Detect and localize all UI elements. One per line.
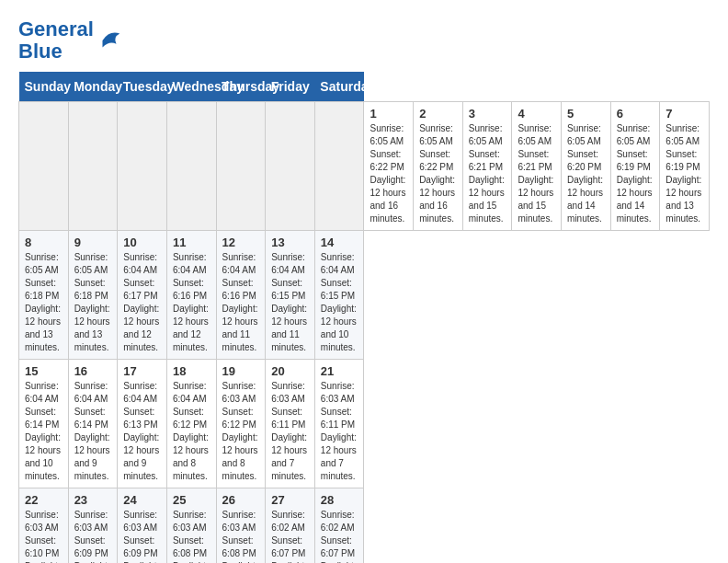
day-number: 22 <box>25 493 63 507</box>
day-number: 21 <box>321 364 358 378</box>
day-number: 7 <box>665 107 703 121</box>
day-number: 12 <box>222 236 260 249</box>
day-info: Sunrise: 6:04 AM Sunset: 6:15 PM Dayligh… <box>321 251 358 354</box>
day-info: Sunrise: 6:05 AM Sunset: 6:21 PM Dayligh… <box>518 122 555 225</box>
calendar-cell: 23 Sunrise: 6:03 AM Sunset: 6:09 PM Dayl… <box>68 488 118 563</box>
calendar-cell: 15 Sunrise: 6:04 AM Sunset: 6:14 PM Dayl… <box>19 360 69 488</box>
weekday-header-saturday: Saturday <box>314 72 364 102</box>
day-number: 2 <box>419 107 457 121</box>
day-number: 26 <box>222 493 260 507</box>
day-info: Sunrise: 6:02 AM Sunset: 6:07 PM Dayligh… <box>271 509 309 563</box>
logo-text: GeneralBlue <box>18 18 94 63</box>
day-info: Sunrise: 6:05 AM Sunset: 6:22 PM Dayligh… <box>419 122 457 225</box>
day-number: 16 <box>74 364 112 378</box>
calendar-cell <box>68 102 118 231</box>
weekday-header-wednesday: Wednesday <box>166 72 216 102</box>
calendar-cell: 14 Sunrise: 6:04 AM Sunset: 6:15 PM Dayl… <box>314 231 364 360</box>
day-info: Sunrise: 6:05 AM Sunset: 6:21 PM Dayligh… <box>469 122 506 225</box>
day-info: Sunrise: 6:04 AM Sunset: 6:16 PM Dayligh… <box>173 251 210 354</box>
day-number: 18 <box>173 364 210 378</box>
weekday-header-thursday: Thursday <box>216 72 266 102</box>
day-number: 14 <box>321 236 358 249</box>
calendar-cell: 20 Sunrise: 6:03 AM Sunset: 6:11 PM Dayl… <box>266 360 315 488</box>
calendar-cell: 28 Sunrise: 6:02 AM Sunset: 6:07 PM Dayl… <box>314 488 364 563</box>
calendar-cell: 3 Sunrise: 6:05 AM Sunset: 6:21 PM Dayli… <box>462 102 512 231</box>
day-number: 23 <box>74 493 112 507</box>
weekday-header-friday: Friday <box>266 72 315 102</box>
calendar-cell: 7 Sunrise: 6:05 AM Sunset: 6:19 PM Dayli… <box>660 102 710 231</box>
day-number: 4 <box>518 107 555 121</box>
day-info: Sunrise: 6:03 AM Sunset: 6:09 PM Dayligh… <box>123 509 161 563</box>
day-number: 24 <box>123 493 161 507</box>
day-number: 3 <box>469 107 506 121</box>
calendar-cell: 2 Sunrise: 6:05 AM Sunset: 6:22 PM Dayli… <box>414 102 463 231</box>
weekday-header-monday: Monday <box>68 72 118 102</box>
calendar-cell: 27 Sunrise: 6:02 AM Sunset: 6:07 PM Dayl… <box>266 488 315 563</box>
calendar-cell: 24 Sunrise: 6:03 AM Sunset: 6:09 PM Dayl… <box>118 488 167 563</box>
calendar-cell: 25 Sunrise: 6:03 AM Sunset: 6:08 PM Dayl… <box>166 488 216 563</box>
calendar-cell: 17 Sunrise: 6:04 AM Sunset: 6:13 PM Dayl… <box>118 360 167 488</box>
day-number: 19 <box>222 364 260 378</box>
day-info: Sunrise: 6:02 AM Sunset: 6:07 PM Dayligh… <box>321 509 358 563</box>
calendar-cell: 16 Sunrise: 6:04 AM Sunset: 6:14 PM Dayl… <box>68 360 118 488</box>
day-info: Sunrise: 6:05 AM Sunset: 6:18 PM Dayligh… <box>25 251 63 354</box>
day-info: Sunrise: 6:03 AM Sunset: 6:11 PM Dayligh… <box>321 380 358 483</box>
day-number: 27 <box>271 493 309 507</box>
day-number: 8 <box>25 236 63 249</box>
calendar-cell <box>314 102 364 231</box>
day-info: Sunrise: 6:04 AM Sunset: 6:12 PM Dayligh… <box>173 380 210 483</box>
calendar-cell: 9 Sunrise: 6:05 AM Sunset: 6:18 PM Dayli… <box>68 231 118 360</box>
calendar-cell <box>266 102 315 231</box>
day-info: Sunrise: 6:05 AM Sunset: 6:19 PM Dayligh… <box>617 122 654 225</box>
calendar-cell: 13 Sunrise: 6:04 AM Sunset: 6:15 PM Dayl… <box>266 231 315 360</box>
day-number: 25 <box>173 493 210 507</box>
day-number: 20 <box>271 364 309 378</box>
calendar-cell: 11 Sunrise: 6:04 AM Sunset: 6:16 PM Dayl… <box>166 231 216 360</box>
logo-bird-icon <box>96 27 123 54</box>
calendar-cell <box>118 102 167 231</box>
day-number: 10 <box>123 236 161 249</box>
day-info: Sunrise: 6:03 AM Sunset: 6:08 PM Dayligh… <box>222 509 260 563</box>
day-info: Sunrise: 6:05 AM Sunset: 6:20 PM Dayligh… <box>567 122 605 225</box>
day-info: Sunrise: 6:05 AM Sunset: 6:22 PM Dayligh… <box>370 122 407 225</box>
calendar-cell: 12 Sunrise: 6:04 AM Sunset: 6:16 PM Dayl… <box>216 231 266 360</box>
page-header: GeneralBlue <box>18 18 710 63</box>
calendar-table: SundayMondayTuesdayWednesdayThursdayFrid… <box>18 72 710 563</box>
calendar-cell: 26 Sunrise: 6:03 AM Sunset: 6:08 PM Dayl… <box>216 488 266 563</box>
day-number: 9 <box>74 236 112 249</box>
day-info: Sunrise: 6:04 AM Sunset: 6:17 PM Dayligh… <box>123 251 161 354</box>
calendar-cell: 4 Sunrise: 6:05 AM Sunset: 6:21 PM Dayli… <box>512 102 562 231</box>
calendar-cell: 5 Sunrise: 6:05 AM Sunset: 6:20 PM Dayli… <box>562 102 611 231</box>
day-number: 15 <box>25 364 63 378</box>
calendar-cell: 22 Sunrise: 6:03 AM Sunset: 6:10 PM Dayl… <box>19 488 69 563</box>
calendar-cell: 21 Sunrise: 6:03 AM Sunset: 6:11 PM Dayl… <box>314 360 364 488</box>
weekday-header-tuesday: Tuesday <box>118 72 167 102</box>
day-info: Sunrise: 6:04 AM Sunset: 6:16 PM Dayligh… <box>222 251 260 354</box>
day-info: Sunrise: 6:03 AM Sunset: 6:08 PM Dayligh… <box>173 509 210 563</box>
weekday-header-sunday: Sunday <box>19 72 69 102</box>
calendar-cell: 8 Sunrise: 6:05 AM Sunset: 6:18 PM Dayli… <box>19 231 69 360</box>
calendar-cell: 6 Sunrise: 6:05 AM Sunset: 6:19 PM Dayli… <box>610 102 660 231</box>
day-number: 6 <box>617 107 654 121</box>
day-info: Sunrise: 6:03 AM Sunset: 6:11 PM Dayligh… <box>271 380 309 483</box>
day-info: Sunrise: 6:03 AM Sunset: 6:09 PM Dayligh… <box>74 509 112 563</box>
day-info: Sunrise: 6:04 AM Sunset: 6:14 PM Dayligh… <box>25 380 63 483</box>
day-info: Sunrise: 6:03 AM Sunset: 6:10 PM Dayligh… <box>25 509 63 563</box>
calendar-cell <box>166 102 216 231</box>
day-number: 1 <box>370 107 407 121</box>
day-number: 28 <box>321 493 358 507</box>
day-info: Sunrise: 6:05 AM Sunset: 6:18 PM Dayligh… <box>74 251 112 354</box>
day-number: 17 <box>123 364 161 378</box>
day-number: 11 <box>173 236 210 249</box>
day-info: Sunrise: 6:04 AM Sunset: 6:13 PM Dayligh… <box>123 380 161 483</box>
day-number: 13 <box>271 236 309 249</box>
day-info: Sunrise: 6:04 AM Sunset: 6:14 PM Dayligh… <box>74 380 112 483</box>
calendar-cell: 18 Sunrise: 6:04 AM Sunset: 6:12 PM Dayl… <box>166 360 216 488</box>
calendar-cell: 19 Sunrise: 6:03 AM Sunset: 6:12 PM Dayl… <box>216 360 266 488</box>
day-number: 5 <box>567 107 605 121</box>
calendar-cell <box>216 102 266 231</box>
day-info: Sunrise: 6:05 AM Sunset: 6:19 PM Dayligh… <box>665 122 703 225</box>
calendar-cell: 1 Sunrise: 6:05 AM Sunset: 6:22 PM Dayli… <box>364 102 414 231</box>
day-info: Sunrise: 6:03 AM Sunset: 6:12 PM Dayligh… <box>222 380 260 483</box>
calendar-cell: 10 Sunrise: 6:04 AM Sunset: 6:17 PM Dayl… <box>118 231 167 360</box>
